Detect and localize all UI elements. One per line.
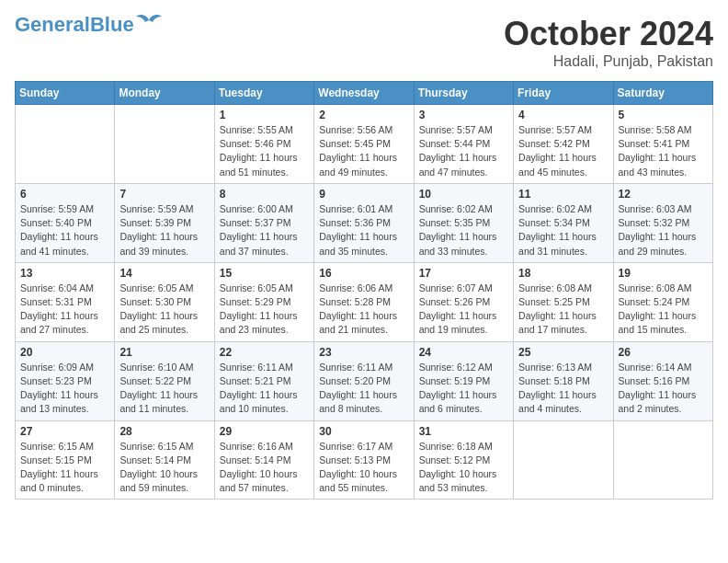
day-info: Sunrise: 5:58 AMSunset: 5:41 PMDaylight:… bbox=[619, 123, 708, 179]
day-number: 17 bbox=[419, 267, 508, 280]
day-number: 13 bbox=[20, 267, 109, 280]
calendar-cell: 2Sunrise: 5:56 AMSunset: 5:45 PMDaylight… bbox=[314, 105, 414, 184]
day-info: Sunrise: 6:07 AMSunset: 5:26 PMDaylight:… bbox=[419, 282, 508, 338]
calendar-week-row: 27Sunrise: 6:15 AMSunset: 5:15 PMDayligh… bbox=[16, 420, 713, 500]
day-info: Sunrise: 6:02 AMSunset: 5:34 PMDaylight:… bbox=[518, 202, 608, 259]
day-info: Sunrise: 6:08 AMSunset: 5:24 PMDaylight:… bbox=[619, 282, 708, 338]
day-info: Sunrise: 6:06 AMSunset: 5:28 PMDaylight:… bbox=[319, 282, 408, 338]
day-info: Sunrise: 6:15 AMSunset: 5:15 PMDaylight:… bbox=[20, 440, 109, 496]
day-info: Sunrise: 6:03 AMSunset: 5:32 PMDaylight:… bbox=[619, 202, 708, 259]
day-number: 22 bbox=[220, 346, 309, 359]
title-block: October 2024 Hadali, Punjab, Pakistan bbox=[504, 15, 713, 70]
day-number: 3 bbox=[419, 109, 508, 121]
day-number: 4 bbox=[518, 109, 608, 121]
day-number: 31 bbox=[419, 425, 508, 438]
day-info: Sunrise: 6:12 AMSunset: 5:19 PMDaylight:… bbox=[419, 361, 508, 417]
calendar-cell: 1Sunrise: 5:55 AMSunset: 5:46 PMDaylight… bbox=[214, 105, 313, 184]
calendar-cell: 16Sunrise: 6:06 AMSunset: 5:28 PMDayligh… bbox=[314, 262, 414, 341]
calendar-cell: 10Sunrise: 6:02 AMSunset: 5:35 PMDayligh… bbox=[414, 183, 513, 262]
calendar-cell: 19Sunrise: 6:08 AMSunset: 5:24 PMDayligh… bbox=[613, 262, 712, 341]
calendar-cell: 21Sunrise: 6:10 AMSunset: 5:22 PMDayligh… bbox=[115, 341, 214, 420]
day-number: 5 bbox=[619, 109, 708, 121]
day-info: Sunrise: 6:00 AMSunset: 5:37 PMDaylight:… bbox=[220, 202, 309, 259]
location-text: Hadali, Punjab, Pakistan bbox=[504, 53, 713, 70]
day-number: 15 bbox=[220, 267, 309, 280]
day-number: 26 bbox=[619, 346, 708, 359]
calendar-cell bbox=[613, 420, 712, 500]
day-info: Sunrise: 6:05 AMSunset: 5:30 PMDaylight:… bbox=[119, 282, 209, 338]
calendar-cell: 27Sunrise: 6:15 AMSunset: 5:15 PMDayligh… bbox=[16, 420, 115, 500]
day-info: Sunrise: 6:02 AMSunset: 5:35 PMDaylight:… bbox=[419, 202, 508, 259]
calendar-cell bbox=[16, 105, 115, 184]
day-number: 16 bbox=[319, 267, 408, 280]
calendar-cell: 6Sunrise: 5:59 AMSunset: 5:40 PMDaylight… bbox=[16, 183, 115, 262]
logo-text: GeneralBlue bbox=[15, 15, 134, 35]
calendar-cell: 9Sunrise: 6:01 AMSunset: 5:36 PMDaylight… bbox=[314, 183, 414, 262]
day-number: 14 bbox=[119, 267, 209, 280]
calendar-cell: 5Sunrise: 5:58 AMSunset: 5:41 PMDaylight… bbox=[613, 105, 712, 184]
day-info: Sunrise: 6:09 AMSunset: 5:23 PMDaylight:… bbox=[20, 361, 109, 417]
day-info: Sunrise: 6:18 AMSunset: 5:12 PMDaylight:… bbox=[419, 440, 508, 496]
calendar-cell: 30Sunrise: 6:17 AMSunset: 5:13 PMDayligh… bbox=[314, 420, 414, 500]
day-number: 7 bbox=[119, 188, 209, 201]
day-info: Sunrise: 6:13 AMSunset: 5:18 PMDaylight:… bbox=[518, 361, 608, 417]
day-number: 8 bbox=[220, 188, 309, 201]
weekday-header: Sunday bbox=[16, 82, 115, 105]
day-info: Sunrise: 6:08 AMSunset: 5:25 PMDaylight:… bbox=[518, 282, 608, 338]
calendar-cell: 29Sunrise: 6:16 AMSunset: 5:14 PMDayligh… bbox=[214, 420, 313, 500]
calendar-week-row: 6Sunrise: 5:59 AMSunset: 5:40 PMDaylight… bbox=[16, 183, 713, 262]
logo-bird-icon bbox=[136, 13, 162, 29]
day-info: Sunrise: 6:11 AMSunset: 5:21 PMDaylight:… bbox=[220, 361, 309, 417]
calendar-cell: 18Sunrise: 6:08 AMSunset: 5:25 PMDayligh… bbox=[514, 262, 613, 341]
calendar-week-row: 20Sunrise: 6:09 AMSunset: 5:23 PMDayligh… bbox=[16, 341, 713, 420]
calendar-cell bbox=[115, 105, 214, 184]
day-number: 30 bbox=[319, 425, 408, 438]
day-number: 25 bbox=[518, 346, 608, 359]
day-info: Sunrise: 5:59 AMSunset: 5:40 PMDaylight:… bbox=[20, 202, 109, 259]
day-info: Sunrise: 6:01 AMSunset: 5:36 PMDaylight:… bbox=[319, 202, 408, 259]
day-info: Sunrise: 5:55 AMSunset: 5:46 PMDaylight:… bbox=[220, 123, 309, 179]
day-info: Sunrise: 6:04 AMSunset: 5:31 PMDaylight:… bbox=[20, 282, 109, 338]
weekday-header: Monday bbox=[115, 82, 214, 105]
day-number: 23 bbox=[319, 346, 408, 359]
day-number: 11 bbox=[518, 188, 608, 201]
day-info: Sunrise: 5:59 AMSunset: 5:39 PMDaylight:… bbox=[119, 202, 209, 259]
calendar-cell: 13Sunrise: 6:04 AMSunset: 5:31 PMDayligh… bbox=[16, 262, 115, 341]
day-number: 24 bbox=[419, 346, 508, 359]
day-number: 28 bbox=[119, 425, 209, 438]
day-info: Sunrise: 5:56 AMSunset: 5:45 PMDaylight:… bbox=[319, 123, 408, 179]
day-number: 10 bbox=[419, 188, 508, 201]
weekday-header: Saturday bbox=[613, 82, 712, 105]
calendar-cell: 8Sunrise: 6:00 AMSunset: 5:37 PMDaylight… bbox=[214, 183, 313, 262]
page-header: GeneralBlue October 2024 Hadali, Punjab,… bbox=[15, 15, 713, 70]
day-number: 27 bbox=[20, 425, 109, 438]
day-number: 1 bbox=[220, 109, 309, 121]
weekday-header: Tuesday bbox=[214, 82, 313, 105]
calendar-cell: 15Sunrise: 6:05 AMSunset: 5:29 PMDayligh… bbox=[214, 262, 313, 341]
calendar-cell: 12Sunrise: 6:03 AMSunset: 5:32 PMDayligh… bbox=[613, 183, 712, 262]
calendar-cell: 23Sunrise: 6:11 AMSunset: 5:20 PMDayligh… bbox=[314, 341, 414, 420]
calendar-cell: 7Sunrise: 5:59 AMSunset: 5:39 PMDaylight… bbox=[115, 183, 214, 262]
calendar-cell: 22Sunrise: 6:11 AMSunset: 5:21 PMDayligh… bbox=[214, 341, 313, 420]
calendar-header-row: SundayMondayTuesdayWednesdayThursdayFrid… bbox=[16, 82, 713, 105]
calendar-cell: 26Sunrise: 6:14 AMSunset: 5:16 PMDayligh… bbox=[613, 341, 712, 420]
calendar-cell: 31Sunrise: 6:18 AMSunset: 5:12 PMDayligh… bbox=[414, 420, 513, 500]
day-number: 2 bbox=[319, 109, 408, 121]
day-number: 29 bbox=[220, 425, 309, 438]
calendar-cell: 24Sunrise: 6:12 AMSunset: 5:19 PMDayligh… bbox=[414, 341, 513, 420]
calendar-cell: 25Sunrise: 6:13 AMSunset: 5:18 PMDayligh… bbox=[514, 341, 613, 420]
calendar-table: SundayMondayTuesdayWednesdayThursdayFrid… bbox=[15, 81, 713, 500]
day-number: 12 bbox=[619, 188, 708, 201]
day-info: Sunrise: 6:05 AMSunset: 5:29 PMDaylight:… bbox=[220, 282, 309, 338]
calendar-cell: 28Sunrise: 6:15 AMSunset: 5:14 PMDayligh… bbox=[115, 420, 214, 500]
month-title: October 2024 bbox=[504, 15, 713, 53]
calendar-cell: 14Sunrise: 6:05 AMSunset: 5:30 PMDayligh… bbox=[115, 262, 214, 341]
day-info: Sunrise: 6:11 AMSunset: 5:20 PMDaylight:… bbox=[319, 361, 408, 417]
day-info: Sunrise: 6:14 AMSunset: 5:16 PMDaylight:… bbox=[619, 361, 708, 417]
day-number: 21 bbox=[119, 346, 209, 359]
day-info: Sunrise: 5:57 AMSunset: 5:44 PMDaylight:… bbox=[419, 123, 508, 179]
day-info: Sunrise: 6:10 AMSunset: 5:22 PMDaylight:… bbox=[119, 361, 209, 417]
day-number: 20 bbox=[20, 346, 109, 359]
calendar-cell bbox=[514, 420, 613, 500]
calendar-cell: 20Sunrise: 6:09 AMSunset: 5:23 PMDayligh… bbox=[16, 341, 115, 420]
